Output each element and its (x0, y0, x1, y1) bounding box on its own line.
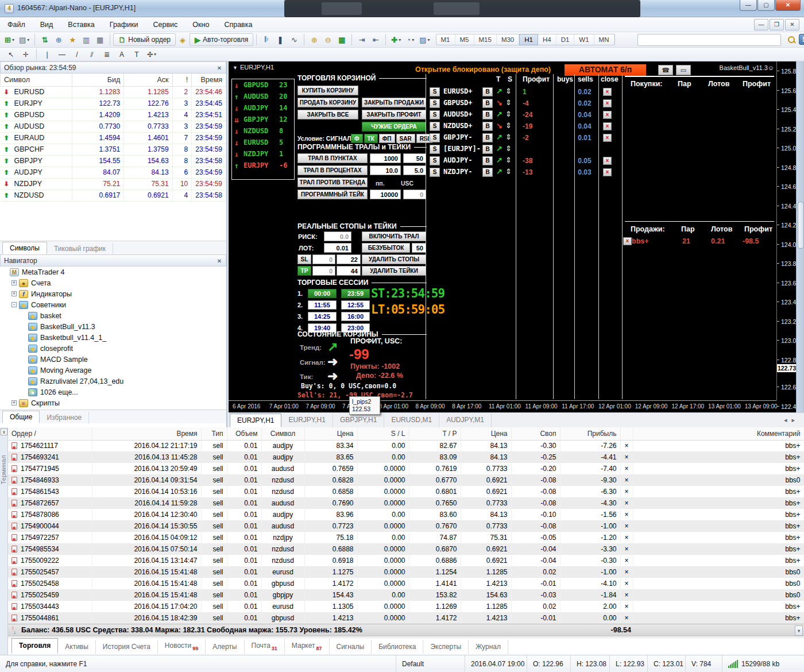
vertical-line-tool[interactable]: | (40, 49, 55, 60)
col-comment[interactable]: Комментарий (633, 427, 804, 440)
tree-expand-toggle[interactable]: + (11, 400, 17, 405)
pair-close-button[interactable]: × (603, 99, 612, 107)
menu-insert[interactable]: Вставка (60, 18, 102, 31)
community-badge[interactable]: 5 (799, 34, 804, 45)
time-axis[interactable]: 6 Apr 20167 Apr 01:007 Apr 09:007 Apr 17… (229, 400, 776, 412)
market-watch-row[interactable]: AUDJPY 84.07 84.13 6 23:54:59 (1, 167, 226, 178)
order-close-icon[interactable]: × (620, 451, 633, 463)
minimize-button[interactable]: — (740, 0, 757, 11)
order-close-icon[interactable]: × (620, 463, 633, 474)
tree-item[interactable]: ◆ Moving Average (0, 365, 226, 376)
profiles-button[interactable]: ▤▾ (17, 33, 32, 46)
order-row[interactable]: 1754900044 2016.04.14 15:30:55 sell 0.01… (8, 520, 804, 532)
order-row[interactable]: 1755044861 2016.04.15 18:42:39 sell 0.01… (8, 612, 804, 624)
program-take-step[interactable]: 0 (403, 190, 426, 199)
buy-pair-button[interactable]: B (482, 133, 493, 142)
order-close-icon[interactable]: × (620, 486, 633, 497)
price-scale[interactable]: 125.85125.65125.45125.25125.05124.85124.… (776, 61, 796, 400)
ea-display-button[interactable]: ▭ (676, 65, 691, 75)
order-row[interactable]: 1754693241 2016.04.13 11:45:28 sell 0.01… (8, 451, 804, 463)
terminal-tab[interactable]: Новости99 (158, 639, 206, 654)
timeframe-button[interactable]: M5 (455, 34, 474, 45)
session-start[interactable]: 11:55 (308, 300, 337, 310)
buy-pair-button[interactable]: B (482, 99, 493, 108)
templates-button[interactable]: ▨▾ (417, 33, 432, 46)
menu-file[interactable]: Файл (0, 18, 33, 31)
fibonacci-tool[interactable]: ≣ (99, 49, 114, 60)
order-row[interactable]: 1755034443 2016.04.15 17:04:20 sell 0.01… (8, 601, 804, 612)
terminal-tab[interactable]: Сигналы (330, 640, 372, 654)
sell-pair-button[interactable]: S (430, 87, 440, 96)
col-ask[interactable]: Аск (124, 74, 172, 86)
order-close-icon[interactable]: × (620, 474, 633, 486)
session-start[interactable]: 14:25 (308, 312, 337, 321)
order-row[interactable]: 1755025457 2016.04.15 15:41:48 sell 0.01… (8, 566, 804, 578)
buy-pair-button[interactable]: B (482, 145, 493, 154)
order-row[interactable]: 1754878086 2016.04.14 12:30:40 sell 0.01… (8, 509, 804, 520)
tree-item[interactable]: ● 1026 еще... (0, 387, 226, 397)
new-chart-button[interactable]: ⊞▾ (2, 33, 17, 46)
market-watch-row[interactable]: EURUSD 1.1283 1.1285 2 23:54:46 (1, 86, 226, 98)
enable-trail-button[interactable]: ВКЛЮЧИТЬ ТРАЛ (362, 231, 426, 241)
col-sl[interactable]: S / L (357, 427, 409, 440)
order-close-icon[interactable]: × (620, 509, 633, 520)
session-end[interactable]: 23:59 (341, 289, 370, 298)
terminal-tab[interactable]: Почта31 (245, 639, 285, 654)
mdi-minimize-button[interactable]: — (754, 19, 768, 30)
market-watch-row[interactable]: NZDJPY 75.21 75.31 10 23:54:59 (1, 178, 226, 190)
autotrading-button[interactable]: ▶Авто-торговля (190, 33, 253, 46)
col-volume[interactable]: Объем (227, 427, 261, 440)
zoom-out-button[interactable]: ⊖ (321, 33, 335, 46)
session-start[interactable]: 00:00 (308, 289, 337, 298)
chart-tab[interactable]: EURJPY,H1 (230, 414, 281, 427)
crosshair-tool[interactable]: ✛ (18, 49, 33, 60)
terminal-tab[interactable]: Эксперты (423, 640, 469, 654)
navigator-tab[interactable]: Избранное (40, 412, 89, 423)
terminal-tab[interactable]: История Счета (96, 640, 158, 654)
tree-item[interactable]: ◆ MACD Sample (0, 354, 226, 365)
order-close-icon[interactable]: × (620, 555, 633, 566)
market-watch-row[interactable]: EURJPY 122.73 122.76 3 23:54:45 (1, 98, 226, 109)
tile-windows-button[interactable]: ▦ (335, 33, 349, 46)
terminal-tab[interactable]: Активы (58, 640, 96, 654)
tree-item[interactable]: ◆ BasketBull_v11.3 (0, 321, 226, 332)
trail-countertrend-button[interactable]: ТРАЛ ПРОТИВ ТРЕНДА (297, 177, 368, 187)
pair-close-button[interactable]: × (603, 157, 612, 165)
buy-pair-button[interactable]: B (482, 156, 493, 165)
market-watch-row[interactable]: AUDUSD 0.7730 0.7733 3 23:54:59 (1, 121, 226, 132)
tree-expand-toggle[interactable]: + (11, 291, 17, 296)
ea-phone-button[interactable]: ☎ (658, 65, 673, 75)
tree-item[interactable]: - ◆ Советники (0, 299, 226, 310)
col-bid[interactable]: Бид (72, 74, 124, 86)
tp-value-2[interactable]: 44 (337, 266, 361, 276)
chart-symbol-label[interactable]: ▼EURJPY,H1 (233, 64, 274, 71)
order-row[interactable]: 1754985534 2016.04.15 07:50:14 sell 0.01… (8, 543, 804, 555)
sell-pair-button[interactable]: S (430, 122, 440, 131)
terminal-tab[interactable]: Торговля (11, 638, 58, 654)
market-watch-row[interactable]: EURAUD 1.4594 1.4601 7 23:54:59 (1, 132, 226, 144)
metaeditor-button[interactable]: ◈ (176, 33, 190, 46)
pair-close-button[interactable]: × (603, 111, 612, 119)
timeframe-button[interactable]: W1 (574, 34, 594, 45)
search-input[interactable] (637, 34, 781, 46)
col-order[interactable]: Ордер / (8, 427, 92, 440)
delete-stops-button[interactable]: УДАЛИТЬ СТОПЫ (362, 254, 426, 264)
terminal-tab[interactable]: Библиотека (372, 640, 423, 654)
tree-item[interactable]: ◆ closeprofit (0, 343, 226, 354)
col-price-current[interactable]: Цена (461, 427, 511, 440)
risk-value[interactable]: 0.0 (324, 231, 351, 241)
terminal-tab[interactable]: Алерты (206, 640, 244, 654)
sell-pair-button[interactable]: S (430, 145, 440, 154)
order-row[interactable]: 1755025459 2016.04.15 15:41:48 sell 0.01… (8, 589, 804, 601)
tree-expand-toggle[interactable]: + (11, 280, 17, 285)
order-row[interactable]: 1754846933 2016.04.14 09:31:54 sell 0.01… (8, 474, 804, 486)
sell-pair-button[interactable]: S (430, 133, 440, 142)
order-close-icon[interactable]: × (620, 566, 633, 578)
terminal-toggle[interactable]: ▥ (79, 33, 93, 46)
order-row[interactable]: 1754861543 2016.04.14 10:53:16 sell 0.01… (8, 486, 804, 497)
timeframe-button[interactable]: M30 (497, 34, 519, 45)
order-close-icon[interactable]: × (620, 520, 633, 532)
menu-tools[interactable]: Сервис (146, 18, 185, 31)
order-row[interactable]: 1755025458 2016.04.15 15:41:48 sell 0.01… (8, 578, 804, 589)
new-order-button[interactable]: 🗋Новый ордер (113, 33, 176, 46)
